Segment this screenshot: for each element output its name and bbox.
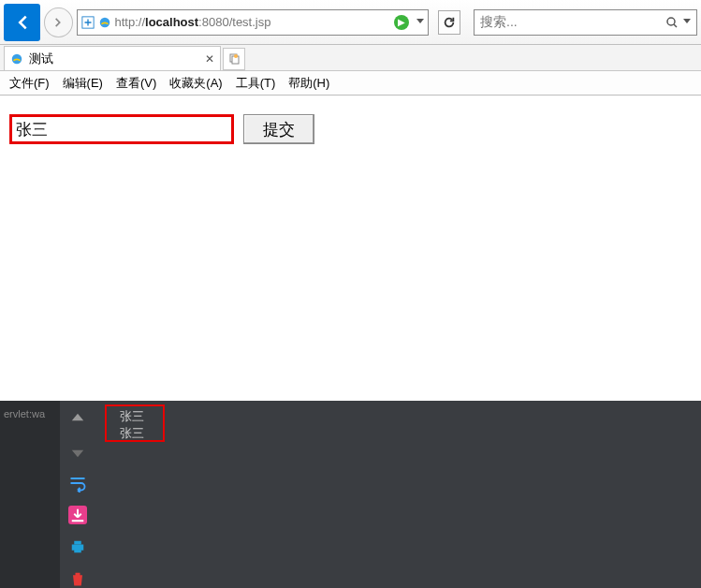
browser-nav-bar: http://localhost:8080/test.jsp ▶ 搜索... xyxy=(0,0,701,45)
address-bar[interactable]: http://localhost:8080/test.jsp ▶ xyxy=(77,9,429,36)
name-input[interactable] xyxy=(9,114,234,144)
forward-button[interactable] xyxy=(44,7,72,37)
console-log-line: 张三 xyxy=(107,408,690,425)
url-dropdown-icon[interactable] xyxy=(416,19,424,26)
menu-file[interactable]: 文件(F) xyxy=(9,75,50,92)
console-log-line: 张三 xyxy=(107,425,690,442)
svg-point-2 xyxy=(667,18,675,25)
ie-favicon-icon xyxy=(98,16,111,29)
svg-rect-9 xyxy=(74,550,81,553)
search-placeholder: 搜索... xyxy=(480,14,664,31)
menu-favorites[interactable]: 收藏夹(A) xyxy=(169,75,222,92)
devtools-left-label: ervlet:wa xyxy=(4,408,45,419)
submit-button[interactable]: 提交 xyxy=(243,114,314,144)
url-text: http://localhost:8080/test.jsp xyxy=(115,15,271,29)
devtools-panel: ervlet:wa 张三 张三 xyxy=(0,401,701,588)
search-icon xyxy=(664,15,679,30)
svg-rect-8 xyxy=(74,541,81,545)
print-icon[interactable] xyxy=(68,537,87,556)
page-content: 提交 xyxy=(0,96,701,163)
devtools-toolbar xyxy=(60,401,95,588)
delete-icon[interactable] xyxy=(68,569,87,588)
menu-bar: 文件(F) 编辑(E) 查看(V) 收藏夹(A) 工具(T) 帮助(H) xyxy=(0,71,701,96)
refresh-button[interactable] xyxy=(438,10,461,35)
search-bar[interactable]: 搜索... xyxy=(474,9,697,36)
tab-favicon-icon xyxy=(10,52,23,66)
menu-tools[interactable]: 工具(T) xyxy=(236,75,276,92)
compat-view-icon[interactable]: ▶ xyxy=(394,15,409,30)
tab-title: 测试 xyxy=(29,51,53,67)
svg-point-6 xyxy=(234,54,238,58)
menu-view[interactable]: 查看(V) xyxy=(116,75,156,92)
menu-help[interactable]: 帮助(H) xyxy=(288,75,329,92)
new-tab-button[interactable] xyxy=(223,48,245,70)
tab-strip: 测试 ✕ xyxy=(0,45,701,71)
close-tab-icon[interactable]: ✕ xyxy=(205,52,214,66)
add-site-icon[interactable] xyxy=(81,16,95,29)
devtools-left-strip: ervlet:wa xyxy=(0,401,60,588)
devtools-console[interactable]: 张三 张三 xyxy=(95,401,701,588)
back-button[interactable] xyxy=(4,4,40,41)
wrap-icon[interactable] xyxy=(68,474,87,492)
download-icon[interactable] xyxy=(68,506,87,524)
search-dropdown-icon[interactable] xyxy=(683,19,691,26)
arrow-up-icon[interactable] xyxy=(68,410,87,429)
active-tab[interactable]: 测试 ✕ xyxy=(4,46,221,70)
arrow-down-icon[interactable] xyxy=(68,442,87,461)
form-row: 提交 xyxy=(9,114,692,144)
menu-edit[interactable]: 编辑(E) xyxy=(63,75,103,92)
log-highlight-box xyxy=(105,404,165,442)
